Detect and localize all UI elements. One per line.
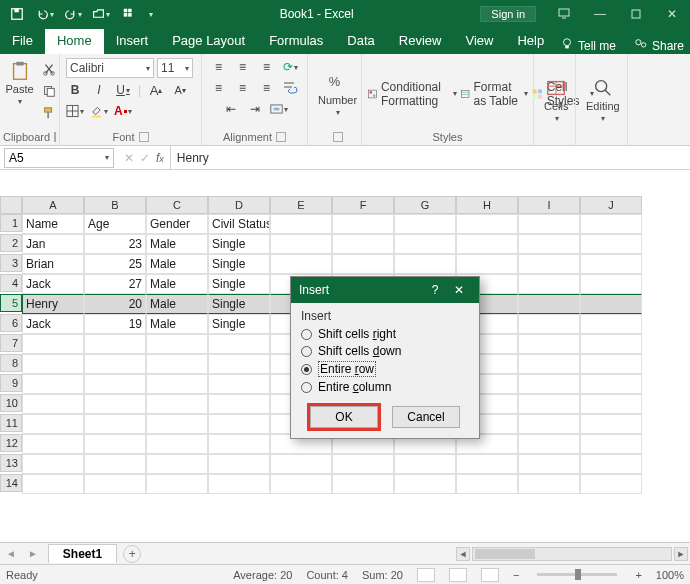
font-launcher[interactable] <box>139 132 149 142</box>
align-left-icon[interactable]: ≡ <box>210 79 228 97</box>
row-header[interactable]: 5 <box>0 294 22 312</box>
maximize-button[interactable] <box>618 0 654 28</box>
radio-shift-right[interactable]: Shift cells right <box>301 327 469 341</box>
column-header[interactable]: H <box>456 196 518 214</box>
row-header[interactable]: 3 <box>0 254 22 272</box>
tab-view[interactable]: View <box>453 29 505 54</box>
cell[interactable]: Single <box>208 294 270 314</box>
ok-button[interactable]: OK <box>310 406 378 428</box>
cell[interactable] <box>146 334 208 354</box>
radio-entire-row[interactable]: Entire row <box>301 361 469 377</box>
cell[interactable] <box>518 254 580 274</box>
cell[interactable] <box>84 414 146 434</box>
cell[interactable] <box>146 354 208 374</box>
row-header[interactable]: 10 <box>0 394 22 412</box>
cell[interactable] <box>208 434 270 454</box>
row-header[interactable]: 14 <box>0 474 22 492</box>
editing-button[interactable]: Editing ▾ <box>582 75 624 125</box>
format-painter-icon[interactable] <box>40 104 58 122</box>
cell[interactable] <box>518 474 580 494</box>
cell[interactable]: Gender <box>146 214 208 234</box>
number-launcher[interactable] <box>333 132 343 142</box>
sheet-nav-next[interactable]: ► <box>22 548 44 559</box>
cell[interactable] <box>146 454 208 474</box>
cell[interactable] <box>84 434 146 454</box>
cell[interactable]: 23 <box>84 234 146 254</box>
cell[interactable] <box>394 254 456 274</box>
redo-icon[interactable]: ▾ <box>64 5 82 23</box>
format-as-table-button[interactable]: Format as Table▾ <box>461 80 528 108</box>
dialog-help-button[interactable]: ? <box>423 283 447 297</box>
tab-file[interactable]: File <box>0 29 45 54</box>
cells-button[interactable]: Cells ▾ <box>540 75 572 125</box>
orientation-icon[interactable]: ⟳▾ <box>282 58 300 76</box>
tab-home[interactable]: Home <box>45 29 104 54</box>
tab-formulas[interactable]: Formulas <box>257 29 335 54</box>
cell[interactable] <box>270 474 332 494</box>
cell[interactable]: Henry <box>22 294 84 314</box>
cell[interactable] <box>456 234 518 254</box>
align-center-icon[interactable]: ≡ <box>234 79 252 97</box>
cell[interactable]: Male <box>146 294 208 314</box>
cell[interactable] <box>518 274 580 294</box>
cell[interactable] <box>394 214 456 234</box>
row-header[interactable]: 9 <box>0 374 22 392</box>
cell[interactable] <box>270 454 332 474</box>
cell[interactable] <box>580 434 642 454</box>
cell[interactable] <box>518 234 580 254</box>
cell[interactable]: 25 <box>84 254 146 274</box>
cell[interactable] <box>208 334 270 354</box>
column-header[interactable]: I <box>518 196 580 214</box>
cell[interactable] <box>518 314 580 334</box>
share-button[interactable]: Share <box>652 39 684 53</box>
ribbon-options-icon[interactable] <box>546 0 582 28</box>
decrease-indent-icon[interactable]: ⇤ <box>222 100 240 118</box>
signin-button[interactable]: Sign in <box>480 6 536 22</box>
cell[interactable] <box>580 374 642 394</box>
borders-button[interactable]: ▾ <box>66 102 84 120</box>
cell[interactable] <box>332 474 394 494</box>
open-icon[interactable]: ▾ <box>92 5 110 23</box>
cell[interactable] <box>518 374 580 394</box>
cell[interactable] <box>22 374 84 394</box>
cell[interactable]: Male <box>146 254 208 274</box>
minimize-button[interactable]: — <box>582 0 618 28</box>
row-header[interactable]: 2 <box>0 234 22 252</box>
cell[interactable]: 19 <box>84 314 146 334</box>
cell[interactable] <box>394 474 456 494</box>
view-pagebreak-button[interactable] <box>481 568 499 582</box>
new-sheet-button[interactable]: + <box>123 545 141 563</box>
align-middle-icon[interactable]: ≡ <box>234 58 252 76</box>
tab-help[interactable]: Help <box>505 29 556 54</box>
sheet-nav-prev[interactable]: ◄ <box>0 548 22 559</box>
tab-review[interactable]: Review <box>387 29 454 54</box>
cell[interactable] <box>580 354 642 374</box>
conditional-formatting-button[interactable]: Conditional Formatting▾ <box>368 80 457 108</box>
close-button[interactable]: ✕ <box>654 0 690 28</box>
cell[interactable]: Single <box>208 274 270 294</box>
column-header[interactable]: B <box>84 196 146 214</box>
formula-input[interactable]: Henry <box>171 151 690 165</box>
column-header[interactable]: A <box>22 196 84 214</box>
cancel-formula-icon[interactable]: ✕ <box>124 151 134 165</box>
horizontal-scrollbar[interactable] <box>472 547 672 561</box>
cell[interactable]: Male <box>146 314 208 334</box>
tab-insert[interactable]: Insert <box>104 29 161 54</box>
cell[interactable] <box>84 354 146 374</box>
font-color-button[interactable]: A▾ <box>114 102 132 120</box>
cell[interactable] <box>22 394 84 414</box>
cell[interactable] <box>580 414 642 434</box>
tellme-label[interactable]: Tell me <box>578 39 616 53</box>
cell[interactable]: Brian <box>22 254 84 274</box>
cell[interactable] <box>580 214 642 234</box>
cell[interactable]: Single <box>208 254 270 274</box>
cell[interactable] <box>208 374 270 394</box>
radio-entire-column[interactable]: Entire column <box>301 380 469 394</box>
undo-icon[interactable]: ▾ <box>36 5 54 23</box>
share-icon[interactable] <box>634 37 648 54</box>
cell[interactable] <box>456 214 518 234</box>
cell[interactable] <box>580 474 642 494</box>
cell[interactable] <box>270 254 332 274</box>
cell[interactable] <box>22 414 84 434</box>
bold-button[interactable]: B <box>66 81 84 99</box>
